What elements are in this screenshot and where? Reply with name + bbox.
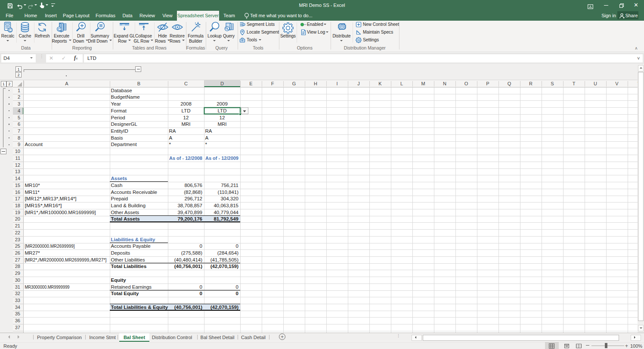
svg-text:12: 12: [15, 162, 20, 168]
svg-text:Assets: Assets: [111, 176, 127, 181]
svg-text:0: 0: [236, 243, 238, 249]
svg-text:12: 12: [220, 115, 225, 120]
svg-text:35: 35: [15, 311, 20, 316]
svg-text:6: 6: [18, 122, 20, 127]
svg-text:37: 37: [15, 325, 20, 330]
svg-text:(42,070,159): (42,070,159): [211, 305, 238, 310]
svg-text:304,320: 304,320: [220, 196, 238, 201]
svg-text:H: H: [314, 81, 317, 86]
svg-text:23: 23: [15, 237, 20, 242]
svg-text:(40,756,001): (40,756,001): [174, 305, 202, 310]
svg-text:12: 12: [183, 115, 189, 120]
svg-text:[MR12*,MR13*,MR14*]: [MR12*,MR13*,MR14*]: [25, 196, 77, 201]
svg-text:30: 30: [15, 277, 20, 283]
svg-text:21: 21: [15, 223, 20, 228]
svg-text:M: M: [421, 81, 425, 86]
svg-text:A: A: [169, 135, 173, 140]
svg-text:*: *: [169, 142, 171, 147]
svg-text:2009: 2009: [217, 101, 228, 106]
svg-text:39,470,899: 39,470,899: [177, 210, 202, 215]
svg-text:*: *: [205, 142, 207, 147]
svg-text:RA: RA: [169, 128, 176, 134]
svg-text:T: T: [573, 81, 576, 86]
svg-text:RA: RA: [205, 128, 212, 134]
svg-text:296,712: 296,712: [184, 196, 202, 201]
svg-text:O: O: [464, 81, 468, 86]
svg-text:28: 28: [15, 264, 20, 269]
svg-text:R: R: [529, 81, 533, 86]
svg-text:Retained Earnings: Retained Earnings: [111, 284, 152, 290]
svg-text:S: S: [551, 81, 554, 86]
svg-text:N: N: [443, 81, 446, 86]
svg-text:Period: Period: [111, 115, 125, 120]
svg-text:As of - 12/2008: As of - 12/2008: [169, 156, 202, 161]
svg-text:Format: Format: [111, 108, 127, 113]
svg-text:32: 32: [15, 291, 20, 296]
svg-text:Database: Database: [111, 88, 132, 93]
svg-text:Cash: Cash: [111, 183, 123, 188]
svg-text:[MR1*,/MR1000000.MR1699999]: [MR1*,/MR1000000.MR1699999]: [25, 210, 96, 215]
svg-text:C: C: [184, 81, 188, 86]
svg-text:17: 17: [15, 196, 20, 201]
svg-text:DesignerGL: DesignerGL: [111, 122, 138, 127]
svg-text:MR10*: MR10*: [25, 183, 40, 188]
svg-text:27: 27: [15, 257, 20, 262]
svg-text:Total Liabilities: Total Liabilities: [111, 264, 147, 269]
svg-text:22: 22: [15, 230, 20, 235]
svg-text:MR27*: MR27*: [25, 250, 40, 256]
svg-text:1: 1: [18, 88, 20, 93]
svg-text:A: A: [65, 81, 68, 86]
svg-text:16: 16: [15, 190, 20, 195]
svg-text:D: D: [220, 81, 224, 86]
svg-text:P: P: [486, 81, 489, 86]
svg-text:15: 15: [15, 183, 20, 188]
svg-text:V: V: [615, 81, 619, 86]
svg-text:Total Liabilities & Equity: Total Liabilities & Equity: [111, 305, 168, 310]
svg-text:29: 29: [15, 271, 20, 276]
svg-text:[MR2*,/MR2000000.MR2699999,/MR: [MR2*,/MR2000000.MR2699999,/MR27*]: [25, 257, 107, 262]
svg-text:0: 0: [200, 284, 202, 290]
svg-text:13: 13: [15, 169, 20, 174]
svg-text:Land & Building: Land & Building: [111, 203, 146, 208]
svg-text:(275,588): (275,588): [181, 250, 202, 256]
svg-text:[MR2000000.MR2699999]: [MR2000000.MR2699999]: [25, 243, 75, 249]
svg-text:0: 0: [236, 291, 238, 296]
svg-text:MR11*: MR11*: [25, 190, 40, 195]
svg-text:33: 33: [15, 298, 20, 303]
svg-text:MRI: MRI: [217, 122, 226, 127]
svg-text:MR3000000.MR9999999: MR3000000.MR9999999: [25, 284, 70, 290]
svg-text:4: 4: [18, 108, 20, 113]
svg-text:38,708,857: 38,708,857: [177, 203, 202, 208]
svg-text:31: 31: [15, 284, 20, 290]
svg-text:Equity: Equity: [111, 277, 127, 283]
svg-text:Deposits: Deposits: [111, 250, 130, 256]
svg-text:(41,785,505): (41,785,505): [211, 257, 238, 262]
svg-text:Prepaid: Prepaid: [111, 196, 128, 201]
svg-text:(40,756,001): (40,756,001): [174, 264, 202, 269]
svg-text:7: 7: [18, 128, 20, 134]
svg-text:(42,070,159): (42,070,159): [211, 264, 238, 269]
svg-text:E: E: [249, 81, 252, 86]
svg-text:806,576: 806,576: [184, 183, 202, 188]
svg-text:(284,654): (284,654): [217, 250, 238, 256]
svg-text:40,063,815: 40,063,815: [214, 203, 238, 208]
svg-text:19: 19: [15, 210, 20, 215]
svg-text:(110,841): (110,841): [218, 190, 239, 195]
svg-text:81,792,549: 81,792,549: [214, 216, 238, 221]
svg-text:[MR15*,MR16*]: [MR15*,MR16*]: [25, 203, 62, 208]
svg-text:Other Assets: Other Assets: [111, 210, 139, 215]
svg-text:Accounts Receivable: Accounts Receivable: [111, 190, 157, 195]
svg-text:K: K: [378, 81, 382, 86]
svg-text:756,211: 756,211: [221, 183, 238, 188]
svg-text:5: 5: [18, 115, 20, 120]
svg-text:L: L: [400, 81, 403, 86]
svg-text:Other Liabilities: Other Liabilities: [111, 257, 146, 262]
svg-text:F: F: [271, 81, 274, 86]
svg-text:2: 2: [8, 82, 10, 86]
svg-text:Liabilities & Equity: Liabilities & Equity: [111, 237, 155, 242]
svg-text:Total Equity: Total Equity: [111, 291, 139, 296]
svg-text:J: J: [357, 81, 360, 86]
svg-text:Department: Department: [111, 142, 137, 147]
svg-text:A: A: [205, 135, 209, 140]
svg-text:2: 2: [18, 94, 20, 100]
